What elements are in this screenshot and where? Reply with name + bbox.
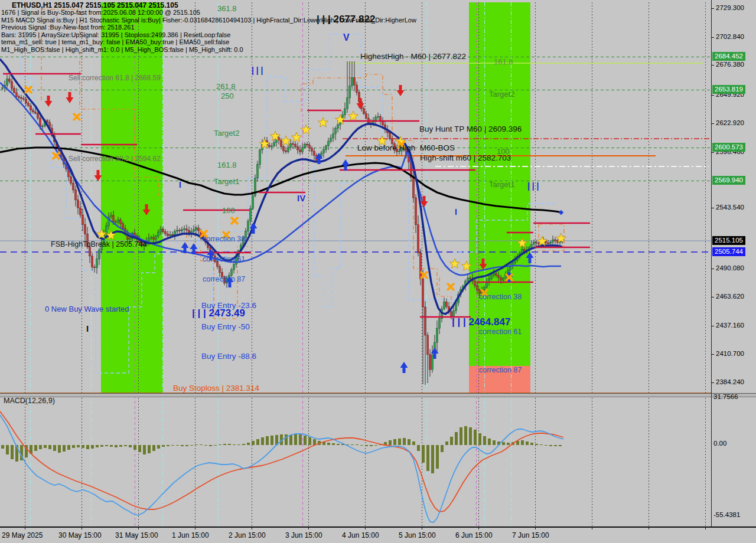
macd-histogram-bar	[1, 445, 4, 449]
chart-window: ETHUSD,H1 2515.047 2515.105 2515.047 251…	[0, 0, 756, 543]
macd-histogram-bar	[190, 445, 193, 446]
macd-histogram-bar	[441, 445, 444, 452]
macd-histogram-bar	[431, 445, 434, 473]
wave-iii-2473: | | | 2473.49	[192, 308, 245, 319]
time-tick-label: 1 Jun 15:00	[172, 531, 209, 539]
macd-histogram-bar	[129, 445, 132, 447]
macd-histogram-bar	[82, 445, 84, 448]
correction-38-mid: correction 38	[203, 235, 245, 243]
macd-histogram-bar	[488, 439, 491, 445]
info-line-6: M1_High_BOS:false | High_shift_m1: 0.0 |…	[1, 46, 243, 53]
macd-histogram-bar	[58, 445, 61, 453]
macd-histogram-bar	[483, 436, 486, 445]
macd-histogram-bar	[308, 437, 311, 445]
macd-histogram-bar	[469, 427, 472, 445]
macd-histogram-bar	[554, 445, 557, 446]
macd-histogram-bar	[374, 445, 377, 446]
wave-iii-right: | | |	[527, 182, 539, 191]
price-tick-label: 2676.380	[716, 61, 744, 68]
buy-arrow-icon	[400, 362, 408, 373]
fib-100-left: 100	[222, 207, 235, 215]
buy-hunt-tp: Buy Hunt TP M60 | 2609.396	[419, 125, 522, 133]
macd-histogram-bar	[252, 441, 255, 445]
fib-161-left: 161.8	[217, 161, 237, 169]
macd-histogram-bar	[237, 444, 240, 445]
macd-histogram-bar	[507, 443, 510, 445]
macd-histogram-bar	[356, 444, 359, 445]
buy-arrow-icon	[342, 159, 350, 171]
price-tick-label: 2490.080	[716, 264, 744, 272]
macd-histogram-bar	[91, 445, 94, 449]
sell-arrow-icon	[94, 170, 102, 181]
macd-histogram-bar	[247, 443, 250, 445]
macd-histogram-bar	[478, 433, 481, 445]
fib-361: 361.8	[217, 5, 237, 13]
time-tick-label: 5 Jun 15:00	[399, 531, 436, 539]
macd-histogram-bar	[327, 443, 330, 445]
correction-87-right: correction 87	[479, 367, 522, 374]
macd-histogram-bar	[233, 444, 236, 445]
macd-histogram-bar	[110, 445, 113, 447]
macd-histogram-bar	[530, 443, 533, 445]
fib-261: 261.8	[216, 83, 236, 91]
buy-entry-886: Buy Entry -88.6	[201, 352, 256, 361]
macd-histogram-bar	[138, 445, 141, 452]
macd-histogram-bar	[228, 444, 231, 445]
macd-label: MACD(12,26,9)	[4, 397, 55, 405]
macd-histogram-bar	[105, 445, 108, 446]
macd-histogram-bar	[285, 434, 288, 445]
macd-histogram-bar	[393, 439, 396, 445]
correction-61-mid: correction 61	[203, 256, 245, 263]
target2-right: Target2	[489, 90, 514, 99]
macd-histogram-bar	[493, 440, 496, 445]
signal-star-icon	[449, 259, 460, 268]
price-level-badge: 2569.940	[712, 176, 745, 185]
macd-histogram-bar	[299, 434, 302, 445]
macd-histogram-bar	[48, 445, 51, 449]
info-line-3: Previous Signal :Buy-New-fast from: 2518…	[1, 24, 135, 31]
sell-arrow-icon	[66, 92, 74, 103]
sell-arrow-icon	[357, 98, 364, 109]
macd-histogram-bar	[460, 427, 462, 445]
info-line-5: tema_m1_sell: true | tema_m1_buy: false …	[1, 38, 229, 45]
macd-histogram-bar	[360, 445, 363, 446]
macd-histogram-bar	[256, 439, 259, 445]
time-tick-label: 6 Jun 15:00	[455, 531, 493, 539]
macd-histogram-bar	[162, 445, 165, 447]
macd-histogram-bar	[540, 444, 543, 445]
macd-histogram-bar	[176, 445, 179, 446]
price-tick-label: 2437.160	[716, 322, 744, 329]
price-tick-label: 2410.700	[716, 350, 744, 357]
macd-histogram-bar	[417, 445, 420, 451]
time-tick-label: 2 Jun 15:00	[229, 531, 266, 539]
macd-histogram-bar	[521, 440, 524, 445]
macd-histogram-bar	[549, 445, 552, 446]
macd-histogram-bar	[152, 445, 155, 451]
macd-histogram-bar	[39, 445, 42, 449]
macd-histogram-bar	[67, 445, 70, 450]
time-tick-label: 7 Jun 15:00	[512, 531, 549, 539]
macd-signal-line	[0, 411, 563, 512]
macd-histogram-bar	[436, 445, 439, 469]
wave-iv: IV	[297, 194, 305, 203]
wave-i-left: I	[179, 181, 181, 189]
target1-left: Target1	[214, 178, 239, 186]
macd-histogram-bar	[143, 445, 146, 454]
low-before-high: Low before High M60-BOS	[357, 144, 455, 152]
macd-histogram-bar	[6, 445, 9, 454]
target1-right: Target1	[489, 181, 514, 189]
macd-histogram-bar	[72, 445, 75, 448]
wave-iii-top: | | |	[252, 66, 263, 75]
macd-histogram-bar	[535, 444, 538, 445]
macd-histogram-bar	[124, 445, 127, 446]
macd-histogram-bar	[77, 445, 80, 447]
new-buy-wave: 0 New Buy Wave started	[45, 305, 129, 313]
macd-histogram-bar	[34, 445, 37, 451]
macd-histogram-bar	[53, 445, 56, 451]
macd-histogram-bar	[332, 443, 335, 445]
macd-histogram-bar	[195, 444, 198, 445]
time-tick-label: 31 May 15:00	[115, 531, 158, 539]
macd-histogram-bar	[526, 441, 529, 445]
macd-histogram-bar	[370, 445, 373, 446]
signal-star-icon	[318, 117, 328, 127]
